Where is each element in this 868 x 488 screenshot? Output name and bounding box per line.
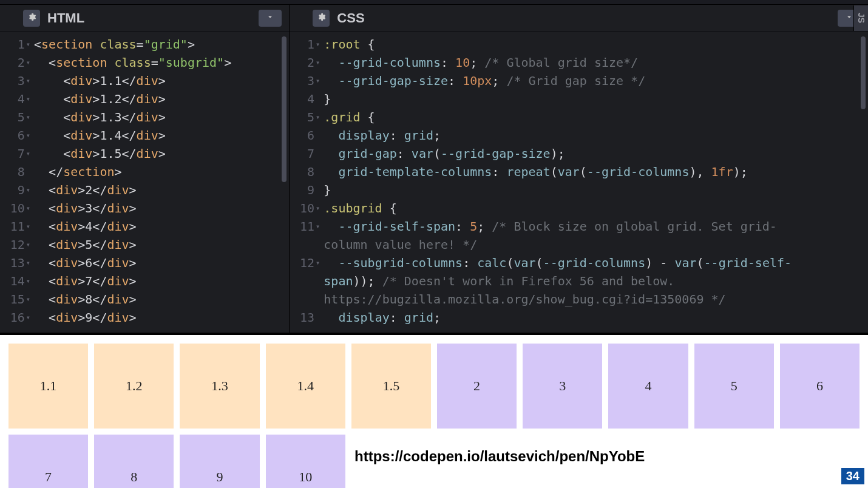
fold-icon[interactable]: ▾ — [316, 254, 320, 272]
code-line[interactable]: 5▾ <div>1.3</div> — [0, 108, 289, 126]
code-line[interactable]: 7▾ <div>1.5</div> — [0, 144, 289, 163]
code-line[interactable]: 4▾ <div>1.2</div> — [0, 90, 289, 108]
gutter: 8 — [290, 163, 324, 181]
fold-icon[interactable]: ▾ — [26, 72, 30, 90]
fold-icon[interactable]: ▾ — [26, 236, 30, 254]
fold-icon[interactable]: ▾ — [26, 254, 30, 272]
code-text[interactable]: <div>4</div> — [34, 217, 289, 236]
code-text[interactable]: grid-template-columns: repeat(var(--grid… — [324, 163, 868, 181]
fold-icon[interactable]: ▾ — [316, 35, 320, 53]
code-line[interactable]: 15▾ <div>8</div> — [0, 290, 289, 308]
fold-icon[interactable]: ▾ — [26, 272, 30, 290]
code-line[interactable]: 1▾<section class="grid"> — [0, 35, 289, 53]
gutter: 7 — [290, 144, 324, 163]
fold-icon[interactable]: ▾ — [26, 126, 30, 144]
fold-icon[interactable]: ▾ — [26, 199, 30, 217]
code-text[interactable]: --grid-columns: 10; /* Global grid size*… — [324, 53, 868, 72]
code-line[interactable]: 2▾ <section class="subgrid"> — [0, 53, 289, 72]
html-code-area[interactable]: 1▾<section class="grid">2▾ <section clas… — [0, 32, 289, 333]
code-line[interactable]: 14▾ <div>7</div> — [0, 272, 289, 290]
code-text[interactable]: <div>1.1</div> — [34, 72, 289, 90]
code-line[interactable]: 3▾ <div>1.1</div> — [0, 72, 289, 90]
code-text[interactable]: <div>5</div> — [34, 236, 289, 254]
fold-icon[interactable]: ▾ — [316, 72, 320, 90]
code-line[interactable]: 16▾ <div>9</div> — [0, 308, 289, 327]
code-line[interactable]: https://bugzilla.mozilla.org/show_bug.cg… — [290, 290, 868, 308]
code-text[interactable]: <section class="grid"> — [34, 35, 289, 53]
code-line[interactable]: 4 } — [290, 90, 868, 108]
code-text[interactable]: <div>3</div> — [34, 199, 289, 217]
code-text[interactable]: span)); /* Doesn't work in Firefox 56 an… — [324, 272, 868, 290]
code-text[interactable]: display: grid; — [324, 308, 868, 327]
code-text[interactable]: <div>6</div> — [34, 254, 289, 272]
code-text[interactable]: https://bugzilla.mozilla.org/show_bug.cg… — [324, 290, 868, 308]
code-line[interactable]: 6▾ <div>1.4</div> — [0, 126, 289, 144]
fold-icon[interactable]: ▾ — [26, 217, 30, 236]
code-line[interactable]: 6 display: grid; — [290, 126, 868, 144]
code-text[interactable]: </section> — [34, 163, 289, 181]
code-text[interactable]: } — [324, 90, 868, 108]
fold-icon[interactable]: ▾ — [26, 108, 30, 126]
fold-icon[interactable]: ▾ — [26, 308, 30, 327]
code-line[interactable]: 8 grid-template-columns: repeat(var(--gr… — [290, 163, 868, 181]
css-scrollbar[interactable] — [861, 36, 866, 109]
code-text[interactable]: } — [324, 181, 868, 199]
code-text[interactable]: grid-gap: var(--grid-gap-size); — [324, 144, 868, 163]
fold-icon[interactable]: ▾ — [316, 108, 320, 126]
code-line[interactable]: 10▾ <div>3</div> — [0, 199, 289, 217]
code-text[interactable]: <div>2</div> — [34, 181, 289, 199]
code-line[interactable]: 13 display: grid; — [290, 308, 868, 327]
code-line[interactable]: 11▾ <div>4</div> — [0, 217, 289, 236]
fold-icon[interactable]: ▾ — [26, 144, 30, 163]
fold-icon[interactable]: ▾ — [26, 290, 30, 308]
fold-icon[interactable]: ▾ — [316, 217, 320, 236]
code-line[interactable]: 7 grid-gap: var(--grid-gap-size); — [290, 144, 868, 163]
fold-icon[interactable]: ▾ — [26, 35, 30, 53]
gutter — [290, 236, 324, 254]
code-line[interactable]: 5▾.grid { — [290, 108, 868, 126]
editors-container: HTML 1▾<section class="grid">2▾ <section… — [0, 5, 868, 335]
code-line[interactable]: 2▾ --grid-columns: 10; /* Global grid si… — [290, 53, 868, 72]
code-line[interactable]: 10▾.subgrid { — [290, 199, 868, 217]
code-text[interactable]: <div>1.3</div> — [34, 108, 289, 126]
code-text[interactable]: --grid-gap-size: 10px; /* Grid gap size … — [324, 72, 868, 90]
code-text[interactable]: display: grid; — [324, 126, 868, 144]
code-line[interactable]: 13▾ <div>6</div> — [0, 254, 289, 272]
code-line[interactable]: 9 } — [290, 181, 868, 199]
code-text[interactable]: :root { — [324, 35, 868, 53]
code-line[interactable]: 9▾ <div>2</div> — [0, 181, 289, 199]
code-text[interactable]: <div>1.2</div> — [34, 90, 289, 108]
code-text[interactable]: --grid-self-span: 5; /* Block size on gl… — [324, 217, 868, 236]
code-text[interactable]: <div>8</div> — [34, 290, 289, 308]
code-text[interactable]: <div>9</div> — [34, 308, 289, 327]
code-text[interactable]: column value here! */ — [324, 236, 868, 254]
code-line[interactable]: 3▾ --grid-gap-size: 10px; /* Grid gap si… — [290, 72, 868, 90]
code-line[interactable]: 12▾ <div>5</div> — [0, 236, 289, 254]
css-code-area[interactable]: 1▾:root {2▾ --grid-columns: 10; /* Globa… — [290, 32, 868, 333]
code-text[interactable]: <div>1.4</div> — [34, 126, 289, 144]
html-pane-dropdown-button[interactable] — [259, 10, 282, 27]
js-pane-tab[interactable]: JS — [853, 5, 868, 31]
code-text[interactable]: <div>1.5</div> — [34, 144, 289, 163]
page-number-badge: 34 — [841, 468, 864, 484]
code-line[interactable]: column value here! */ — [290, 236, 868, 254]
code-line[interactable]: 1▾:root { — [290, 35, 868, 53]
fold-icon[interactable]: ▾ — [26, 90, 30, 108]
code-text[interactable]: .grid { — [324, 108, 868, 126]
code-line[interactable]: 11▾ --grid-self-span: 5; /* Block size o… — [290, 217, 868, 236]
code-text[interactable]: .subgrid { — [324, 199, 868, 217]
fold-icon[interactable]: ▾ — [26, 181, 30, 199]
code-text[interactable]: --subgrid-columns: calc(var(--grid-colum… — [324, 254, 868, 272]
fold-icon[interactable]: ▾ — [316, 53, 320, 72]
fold-icon[interactable]: ▾ — [316, 199, 320, 217]
code-line[interactable]: 8 </section> — [0, 163, 289, 181]
code-text[interactable]: <section class="subgrid"> — [34, 53, 289, 72]
code-text[interactable]: <div>7</div> — [34, 272, 289, 290]
code-line[interactable]: span)); /* Doesn't work in Firefox 56 an… — [290, 272, 868, 290]
fold-icon — [316, 163, 320, 181]
html-scrollbar[interactable] — [282, 36, 287, 182]
html-settings-button[interactable] — [23, 10, 40, 27]
fold-icon[interactable]: ▾ — [26, 53, 30, 72]
code-line[interactable]: 12▾ --subgrid-columns: calc(var(--grid-c… — [290, 254, 868, 272]
css-settings-button[interactable] — [313, 10, 330, 27]
